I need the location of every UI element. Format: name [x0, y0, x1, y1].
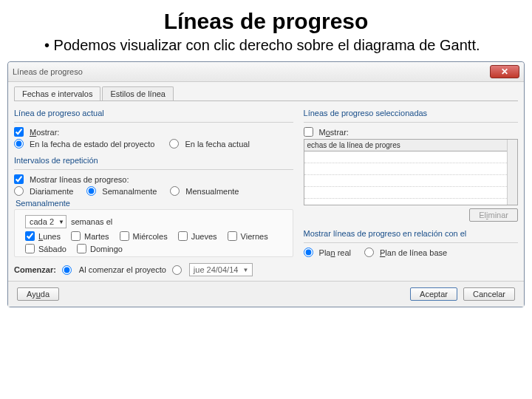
- close-button[interactable]: ✕: [490, 65, 519, 78]
- show-selected-checkbox[interactable]: [304, 127, 313, 137]
- radio-begin-date[interactable]: [172, 265, 182, 275]
- dialog-title: Líneas de progreso: [13, 67, 83, 76]
- weeks-on-label: semanas el: [71, 217, 112, 226]
- progress-dates-listbox[interactable]: echas de la línea de progres: [304, 139, 518, 205]
- group-repeat: Intervalos de repetición: [14, 156, 293, 165]
- help-button[interactable]: Ayuda: [17, 287, 59, 301]
- radio-monthly-label: Mensualmente: [185, 187, 239, 196]
- radio-current-date-label: En la fecha actual: [185, 140, 249, 149]
- day-sat-checkbox[interactable]: [25, 244, 35, 253]
- tab-dates-intervals[interactable]: Fechas e intervalos: [14, 86, 100, 100]
- radio-status-date[interactable]: [14, 139, 24, 149]
- radio-monthly[interactable]: [170, 186, 180, 196]
- radio-weekly-label: Semanalmente: [102, 187, 157, 196]
- radio-begin-project-label: Al comenzar el proyecto: [79, 265, 166, 274]
- delete-button[interactable]: Eliminar: [469, 208, 518, 222]
- progress-lines-dialog: Líneas de progreso ✕ Fechas e intervalos…: [7, 61, 525, 307]
- chevron-down-icon: ▼: [242, 267, 248, 273]
- radio-weekly[interactable]: [86, 186, 96, 196]
- show-current-label: Mostrar:: [30, 128, 59, 137]
- tab-line-styles[interactable]: Estilos de línea: [102, 86, 174, 100]
- show-repeat-checkbox[interactable]: [14, 174, 24, 184]
- tab-strip: Fechas e intervalos Estilos de línea: [8, 82, 524, 100]
- day-sun-checkbox[interactable]: [77, 244, 86, 253]
- titlebar: Líneas de progreso ✕: [8, 62, 524, 82]
- radio-daily-label: Diariamente: [30, 187, 73, 196]
- day-tue-label: Martes: [84, 232, 109, 241]
- slide-title: Líneas de progreso: [0, 9, 532, 34]
- radio-status-date-label: En la fecha de estado del proyecto: [30, 140, 154, 149]
- list-row[interactable]: [304, 187, 507, 199]
- cancel-button[interactable]: Cancelar: [463, 287, 515, 301]
- day-thu-label: Jueves: [191, 232, 217, 241]
- day-fri-checkbox[interactable]: [228, 231, 237, 241]
- day-sun-label: Domingo: [90, 245, 123, 253]
- day-sat-label: Sábado: [38, 245, 66, 253]
- radio-plan-real[interactable]: [304, 248, 313, 257]
- radio-plan-real-label: Plan real: [319, 248, 351, 257]
- show-current-checkbox[interactable]: [14, 127, 24, 137]
- every-n-weeks-select[interactable]: cada 2▼: [25, 215, 66, 228]
- subgroup-weekly: Semanalmente: [16, 199, 293, 208]
- radio-current-date[interactable]: [169, 139, 179, 149]
- show-repeat-label: Mostrar líneas de progreso:: [30, 175, 129, 184]
- radio-plan-base[interactable]: [364, 248, 374, 257]
- list-row[interactable]: [304, 175, 507, 187]
- radio-daily[interactable]: [14, 186, 24, 196]
- scrollbar[interactable]: [507, 140, 517, 205]
- begin-date-field[interactable]: jue 24/04/14 ▼: [189, 263, 253, 276]
- list-row[interactable]: [304, 151, 507, 163]
- day-thu-checkbox[interactable]: [178, 231, 188, 241]
- day-mon-checkbox[interactable]: [25, 231, 35, 241]
- ok-button[interactable]: Aceptar: [410, 287, 457, 301]
- day-mon-label: Lunes: [38, 232, 61, 241]
- list-header: echas de la línea de progres: [304, 140, 507, 151]
- day-fri-label: Viernes: [241, 232, 268, 241]
- radio-begin-project[interactable]: [62, 265, 72, 275]
- chevron-down-icon: ▼: [54, 219, 64, 225]
- slide-bullet: Podemos visualizar con clic derecho sobr…: [44, 37, 502, 54]
- begin-label: Comenzar:: [14, 265, 56, 274]
- day-wed-label: Miércoles: [133, 232, 168, 241]
- day-tue-checkbox[interactable]: [71, 231, 81, 241]
- group-relative: Mostrar líneas de progreso en relación c…: [304, 229, 518, 238]
- group-current-line: Línea de progreso actual: [14, 109, 293, 117]
- list-row[interactable]: [304, 163, 507, 175]
- show-selected-label: Mostrar:: [319, 128, 349, 137]
- radio-plan-base-label: Plan de línea base: [380, 248, 447, 257]
- group-selected-lines: Líneas de progreso seleccionadas: [304, 109, 518, 117]
- weekly-panel: cada 2▼ semanas el Lunes Martes Miércole…: [14, 209, 293, 257]
- day-wed-checkbox[interactable]: [120, 231, 129, 241]
